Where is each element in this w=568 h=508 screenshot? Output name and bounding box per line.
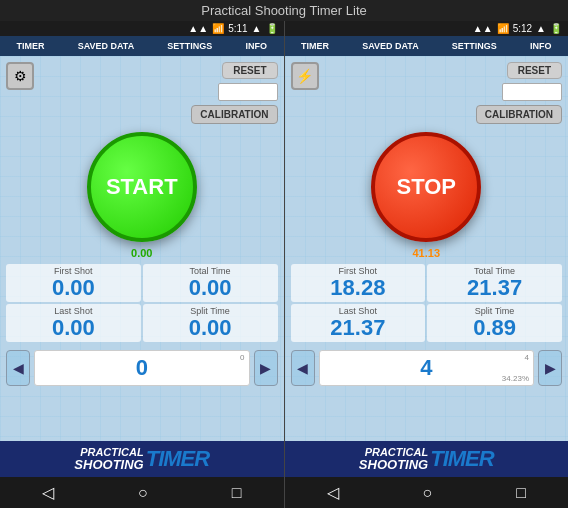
main-button-area-right: STOP [291,132,563,242]
brand-timer-left: TIMER [146,446,209,472]
wifi-icon-right: 📶 [497,23,509,34]
stat-value-total-time-left: 0.00 [147,276,274,300]
nav-settings-right[interactable]: SETTINGS [452,41,497,51]
stat-value-first-shot-left: 0.00 [10,276,137,300]
bottom-nav-left: ◁ ○ □ [0,477,284,508]
shot-count-num-right: 4 [420,357,432,379]
shot-count-box-left: 0 0 [34,350,250,386]
signal-icon-left: ▲▲ [188,23,208,34]
calibration-button-left[interactable]: CALIBRATION [191,105,277,124]
title-bar: Practical Shooting Timer Lite [0,0,568,21]
battery-icon-left: 🔋 [266,23,278,34]
stat-total-time-right: Total Time 21.37 [427,264,562,302]
stat-value-last-shot-left: 0.00 [10,316,137,340]
nav-saved-left[interactable]: SAVED DATA [78,41,135,51]
calibration-button-right[interactable]: CALIBRATION [476,105,562,124]
timer-value-left: 0.00 [6,247,278,259]
nav-info-left[interactable]: INFO [245,41,267,51]
nav-timer-left[interactable]: TIMER [17,41,45,51]
status-bar-left: ▲▲ 📶 5:11 ▲ 🔋 [0,21,284,36]
stats-grid-left: First Shot 0.00 Total Time 0.00 Last Sho… [6,264,278,342]
stats-grid-right: First Shot 18.28 Total Time 21.37 Last S… [291,264,563,342]
status-bar-right: ▲▲ 📶 5:12 ▲ 🔋 [285,21,569,36]
timer-value-right: 41.13 [291,247,563,259]
gear-icon-left: ⚙ [14,68,27,84]
stat-value-total-time-right: 21.37 [431,276,558,300]
phones-container: ▲▲ 📶 5:11 ▲ 🔋 TIMER SAVED DATA SETTINGS … [0,21,568,508]
recents-btn-right[interactable]: □ [500,482,542,504]
gear-button-left[interactable]: ⚙ [6,62,34,90]
reset-button-left[interactable]: RESET [222,62,277,79]
nav-info-right[interactable]: INFO [530,41,552,51]
start-button[interactable]: START [87,132,197,242]
app-title: Practical Shooting Timer Lite [201,3,366,18]
shot-max-right: 4 [525,353,529,362]
wifi-icon-left: 📶 [212,23,224,34]
right-controls-left: RESET CALIBRATION [191,62,277,124]
nav-bar-left: TIMER SAVED DATA SETTINGS INFO [0,36,284,56]
nav-settings-left[interactable]: SETTINGS [167,41,212,51]
stat-first-shot-right: First Shot 18.28 [291,264,426,302]
brand-text-left: PRACTICAL SHOOTING [74,446,143,472]
arrow-right-right[interactable]: ▶ [538,350,562,386]
stop-label: STOP [396,174,456,200]
par-input-right[interactable] [502,83,562,101]
reset-button-right[interactable]: RESET [507,62,562,79]
shot-count-num-left: 0 [136,357,148,379]
stat-last-shot-left: Last Shot 0.00 [6,304,141,342]
back-btn-right[interactable]: ◁ [311,481,355,504]
stat-value-split-time-left: 0.00 [147,316,274,340]
stat-last-shot-right: Last Shot 21.37 [291,304,426,342]
stat-first-shot-left: First Shot 0.00 [6,264,141,302]
stat-total-time-left: Total Time 0.00 [143,264,278,302]
signal-icon-right: ▲▲ [473,23,493,34]
phone-left: ▲▲ 📶 5:11 ▲ 🔋 TIMER SAVED DATA SETTINGS … [0,21,284,508]
arrow-right-left[interactable]: ▶ [254,350,278,386]
stat-split-time-left: Split Time 0.00 [143,304,278,342]
nav-timer-right[interactable]: TIMER [301,41,329,51]
nav-saved-right[interactable]: SAVED DATA [362,41,419,51]
gear-button-right[interactable]: ⚡ [291,62,319,90]
arrow-left-right[interactable]: ◀ [291,350,315,386]
brand-bar-right: PRACTICAL SHOOTING TIMER [285,441,569,477]
nav-bar-right: TIMER SAVED DATA SETTINGS INFO [285,36,569,56]
phone-right: ▲▲ 📶 5:12 ▲ 🔋 TIMER SAVED DATA SETTINGS … [285,21,569,508]
wifi2-icon-left: ▲ [252,23,262,34]
shot-max-left: 0 [240,353,244,362]
brand-text-right: PRACTICAL SHOOTING [359,446,428,472]
shot-counter-right: ◀ 4 4 34.23% ▶ [291,350,563,386]
right-controls-right: RESET CALIBRATION [476,62,562,124]
bottom-nav-right: ◁ ○ □ [285,477,569,508]
shot-counter-left: ◀ 0 0 ▶ [6,350,278,386]
gear-icon-right: ⚡ [296,68,313,84]
stat-value-split-time-right: 0.89 [431,316,558,340]
recents-btn-left[interactable]: □ [216,482,258,504]
start-label: START [106,174,178,200]
battery-icon-right: 🔋 [550,23,562,34]
back-btn-left[interactable]: ◁ [26,481,70,504]
time-left: 5:11 [228,23,247,34]
brand-bar-left: PRACTICAL SHOOTING TIMER [0,441,284,477]
shot-count-box-right: 4 4 34.23% [319,350,535,386]
wifi2-icon-right: ▲ [536,23,546,34]
stat-value-first-shot-right: 18.28 [295,276,422,300]
shot-percent-right: 34.23% [502,374,529,383]
phone-body-left: ⚙ RESET CALIBRATION START 0.00 First Sho [0,56,284,441]
par-input-left[interactable] [218,83,278,101]
stat-value-last-shot-right: 21.37 [295,316,422,340]
phone-body-right: ⚡ RESET CALIBRATION STOP 41.13 First Sho [285,56,569,441]
stop-button[interactable]: STOP [371,132,481,242]
home-btn-left[interactable]: ○ [122,482,164,504]
top-controls-left: ⚙ RESET CALIBRATION [6,62,278,124]
main-button-area-left: START [6,132,278,242]
arrow-left-left[interactable]: ◀ [6,350,30,386]
time-right: 5:12 [513,23,532,34]
top-controls-right: ⚡ RESET CALIBRATION [291,62,563,124]
home-btn-right[interactable]: ○ [407,482,449,504]
brand-timer-right: TIMER [430,446,493,472]
stat-split-time-right: Split Time 0.89 [427,304,562,342]
